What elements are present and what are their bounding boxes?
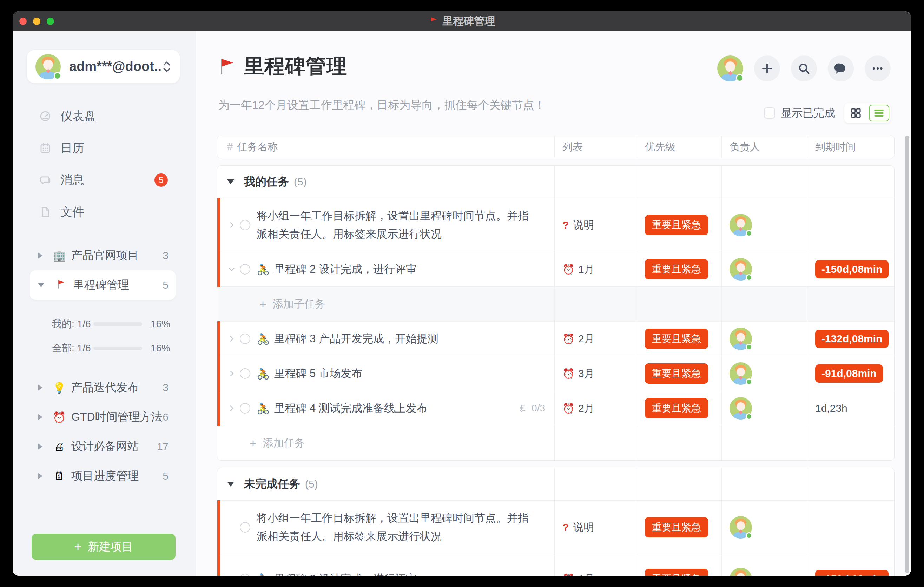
project-emoji: ⏰ <box>50 411 69 424</box>
task-checkbox[interactable] <box>240 403 250 414</box>
vertical-scrollbar[interactable] <box>905 135 909 573</box>
view-toggle <box>844 103 891 123</box>
assignee-avatar <box>729 568 752 576</box>
task-group-uncompleted: 未完成任务 (5) 将小组一年工作目标拆解，设置出里程碑时间节点。并指派相关责任… <box>217 468 894 576</box>
task-count: 6 <box>163 411 168 423</box>
task-emoji: 🚴 <box>257 402 270 415</box>
app-window: 里程碑管理 adm***@doot... 仪表盘 <box>13 11 911 576</box>
expand-right-icon[interactable] <box>38 414 43 420</box>
chevron-right-icon[interactable] <box>228 335 236 343</box>
question-icon: ? <box>563 521 569 533</box>
project-item[interactable]: ⏰ GTD时间管理方法 6 <box>30 402 175 432</box>
show-completed-toggle[interactable]: 显示已完成 <box>764 106 835 120</box>
sidebar-item-files[interactable]: 文件 <box>13 196 196 228</box>
priority-badge: 重要且紧急 <box>645 329 708 349</box>
project-item-selected[interactable]: 里程碑管理 5 <box>30 270 175 300</box>
expand-right-icon[interactable] <box>38 252 43 259</box>
chevron-right-icon[interactable] <box>228 370 236 378</box>
main-content: 里程碑管理 为一年12个月设置工作里程碑，目标为导向，抓住每个关键节点！ <box>196 31 911 576</box>
collapse-icon[interactable] <box>227 481 234 486</box>
account-name: adm***@doot... <box>69 59 162 74</box>
column-assignee[interactable]: 负责人 <box>721 136 807 158</box>
add-task-row[interactable]: +添加任务 <box>217 425 894 460</box>
online-status-dot <box>54 72 61 80</box>
online-status-dot <box>736 74 744 82</box>
expand-right-icon[interactable] <box>38 444 43 450</box>
board-view-button[interactable] <box>846 105 866 122</box>
sidebar-item-label: 文件 <box>60 204 84 220</box>
task-row[interactable]: 🚴 里程碑 5 市场发布 ⏰3月 重要且紧急 -91d,08min <box>217 356 894 391</box>
collapse-icon[interactable] <box>227 180 234 184</box>
task-checkbox[interactable] <box>240 264 250 275</box>
sidebar-item-dashboard[interactable]: 仪表盘 <box>13 100 196 132</box>
due-time-badge: -150d,08min <box>815 570 889 576</box>
project-item[interactable]: 🗓 项目进度管理 5 <box>30 461 175 491</box>
task-row[interactable]: 🚴 里程碑 2 设计完成，进行评审 ⏰1月 重要且紧急 -150d,08min <box>217 252 894 287</box>
ellipsis-icon <box>871 62 884 75</box>
task-checkbox[interactable] <box>240 522 250 533</box>
account-switcher[interactable]: adm***@doot... <box>27 50 180 83</box>
group-header[interactable]: 我的任务 (5) <box>217 166 894 198</box>
add-subtask-row[interactable]: +添加子任务 <box>217 287 894 321</box>
due-time-badge: -150d,08min <box>815 260 889 279</box>
task-row[interactable]: 🚴 里程碑 4 测试完成准备线上发布 0/3 ⏰2月 重要且紧急 1d,23h <box>217 391 894 425</box>
project-item[interactable]: 🖨 设计必备网站 17 <box>30 432 175 461</box>
project-item[interactable]: 🏢 产品官网项目 3 <box>30 241 175 270</box>
task-checkbox[interactable] <box>240 333 250 344</box>
task-count: 3 <box>163 382 168 394</box>
task-checkbox[interactable] <box>240 574 250 576</box>
page-title: 里程碑管理 <box>244 53 347 80</box>
subtask-tree-icon <box>520 404 528 412</box>
titlebar: 里程碑管理 <box>13 11 911 31</box>
sidebar-item-calendar[interactable]: 日历 <box>13 132 196 164</box>
file-icon <box>39 206 51 218</box>
show-completed-checkbox[interactable] <box>764 107 775 119</box>
show-completed-label: 显示已完成 <box>781 106 835 120</box>
dashboard-icon <box>39 110 51 122</box>
group-header[interactable]: 未完成任务 (5) <box>217 468 894 500</box>
more-button[interactable] <box>865 56 891 81</box>
task-checkbox[interactable] <box>240 368 250 379</box>
calendar-icon <box>39 142 51 154</box>
user-avatar[interactable] <box>717 56 743 81</box>
unread-count-badge: 5 <box>155 173 168 187</box>
chevron-down-icon[interactable] <box>228 265 236 273</box>
assignee-avatar <box>729 516 752 539</box>
flag-icon <box>429 16 439 26</box>
table-header: #任务名称 列表 优先级 负责人 到期时间 <box>217 135 894 158</box>
task-row[interactable]: 将小组一年工作目标拆解，设置出里程碑时间节点。并指派相关责任人。用标签来展示进行… <box>217 198 894 252</box>
list-controls: 显示已完成 <box>764 103 891 123</box>
task-count: 3 <box>163 250 168 262</box>
sidebar-item-messages[interactable]: 消息 5 <box>13 164 196 196</box>
flag-icon <box>217 57 236 76</box>
column-list[interactable]: 列表 <box>554 136 637 158</box>
task-row[interactable]: 将小组一年工作目标拆解，设置出里程碑时间节点。并指派相关责任人。用标签来展示进行… <box>217 500 894 554</box>
chevron-right-icon[interactable] <box>228 221 236 229</box>
search-button[interactable] <box>791 56 817 81</box>
priority-badge: 重要且紧急 <box>645 398 708 419</box>
task-row[interactable]: 🚴 里程碑 3 产品开发完成，开始提测 ⏰2月 重要且紧急 -132d,08mi… <box>217 321 894 356</box>
alarm-icon: ⏰ <box>563 333 575 345</box>
chat-button[interactable] <box>828 56 854 81</box>
header-actions <box>717 56 891 81</box>
column-task-name[interactable]: #任务名称 <box>217 136 554 158</box>
progress-row-mine: 我的: 1/6 16% <box>13 312 196 336</box>
page-subtitle: 为一年12个月设置工作里程碑，目标为导向，抓住每个关键节点！ <box>218 97 546 113</box>
expand-right-icon[interactable] <box>38 384 43 391</box>
task-row[interactable]: 🚴 里程碑 2 设计完成，进行评审 ⏰1月 重要且紧急 -150d,08min <box>217 554 894 576</box>
due-time-badge: -91d,08min <box>815 364 883 383</box>
column-due[interactable]: 到期时间 <box>807 136 895 158</box>
task-checkbox[interactable] <box>240 220 250 230</box>
due-time-badge: -132d,08min <box>815 330 889 348</box>
list-view-button[interactable] <box>869 105 889 122</box>
expand-right-icon[interactable] <box>38 473 43 479</box>
expand-down-icon[interactable] <box>38 283 44 287</box>
project-item[interactable]: 💡 产品迭代发布 3 <box>30 373 175 402</box>
due-time-text: 1d,23h <box>815 402 848 414</box>
progress-bar <box>93 346 142 350</box>
chevron-right-icon[interactable] <box>228 404 236 412</box>
priority-badge: 重要且紧急 <box>645 215 708 235</box>
add-button[interactable] <box>754 56 780 81</box>
column-priority[interactable]: 优先级 <box>637 136 721 158</box>
new-project-button[interactable]: + 新建项目 <box>31 534 175 560</box>
